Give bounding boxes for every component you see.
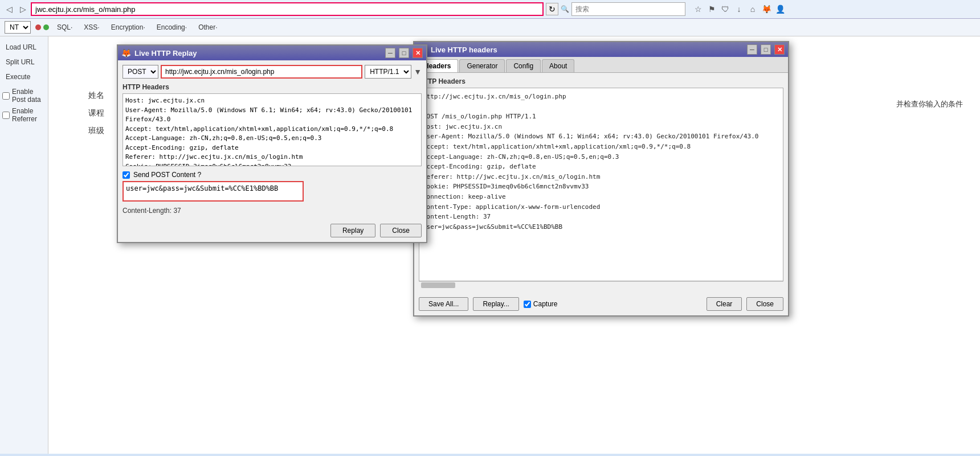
- content-inner: 学生成绩查询系统 姓名 课程 班级 并检查你输入的条件 🦊 Live HTTP …: [48, 36, 980, 145]
- tab-generator[interactable]: Generator: [459, 59, 505, 72]
- send-post-label: Send POST Content ?: [133, 171, 201, 179]
- tab-config[interactable]: Config: [506, 59, 541, 72]
- search-input[interactable]: [571, 2, 685, 16]
- page-content: 学生成绩查询系统 姓名 课程 班级 并检查你输入的条件 🦊 Live HTTP …: [48, 36, 980, 454]
- replay-close-btn[interactable]: ✕: [413, 48, 423, 58]
- home-icon[interactable]: ⌂: [747, 3, 758, 15]
- search-icon: 🔍: [561, 5, 569, 13]
- toolbar-select[interactable]: NT: [5, 21, 31, 34]
- other-menu[interactable]: Other·: [195, 22, 220, 32]
- horizontal-scrollbar[interactable]: [419, 281, 783, 288]
- content-length-label: Content-Length:: [122, 207, 172, 215]
- replay-headers-label: HTTP Headers: [122, 83, 422, 91]
- firefox-icon[interactable]: 🦊: [761, 3, 772, 15]
- headers-main-area: HTTP Headers http://jwc.ecjtu.jx.cn/mis_…: [414, 73, 788, 293]
- sidebar-item-load-url[interactable]: Load URL: [2, 41, 46, 54]
- green-dot: [43, 24, 49, 30]
- encryption-menu[interactable]: Encryption·: [108, 22, 149, 32]
- send-post-checkbox[interactable]: [122, 171, 130, 179]
- sidebar-item-execute[interactable]: Execute: [2, 71, 46, 83]
- capture-label: Capture: [533, 300, 558, 308]
- method-url-row: POST HTTP/1.1 ▼: [122, 65, 422, 79]
- url-input[interactable]: [161, 65, 362, 79]
- headers-close-dialog-btn[interactable]: Close: [746, 297, 783, 311]
- http-version-select[interactable]: HTTP/1.1: [365, 65, 411, 79]
- enable-post-input[interactable]: [2, 92, 10, 100]
- send-post-row: Send POST Content ?: [122, 171, 422, 179]
- address-bar[interactable]: [31, 2, 544, 16]
- replay-headers-content: Host: jwc.ecjtu.jx.cn User-Agent: Mozill…: [125, 96, 419, 166]
- clear-btn[interactable]: Clear: [707, 297, 742, 311]
- home-bookmark-icon[interactable]: ⚑: [706, 3, 717, 15]
- replay-dialog-titlebar: 🦊 Live HTTP Replay ─ □ ✕: [118, 46, 426, 60]
- headers-dialog-titlebar: 🦊 Live HTTP headers ─ □ ✕: [414, 42, 788, 57]
- headers-minimize-btn[interactable]: ─: [747, 44, 757, 55]
- headers-replay-btn[interactable]: Replay...: [473, 297, 518, 311]
- headers-big-textarea[interactable]: http://jwc.ecjtu.jx.cn/mis_o/login.php P…: [419, 88, 783, 281]
- address-bar-row: ◁ ▷ ↻ 🔍 ☆ ⚑ 🛡 ↓ ⌂ 🦊 👤: [0, 0, 980, 18]
- replay-replay-btn[interactable]: Replay: [330, 224, 375, 237]
- forward-icon[interactable]: ▷: [17, 3, 28, 15]
- sql-menu[interactable]: SQL·: [54, 22, 76, 32]
- content-length-row: Content-Length: 37: [122, 207, 422, 215]
- headers-label: HTTP Headers: [419, 77, 783, 85]
- save-all-btn[interactable]: Save All...: [419, 297, 468, 311]
- sidebar: Load URL Split URL Execute Enable Post d…: [0, 36, 48, 454]
- back-icon[interactable]: ◁: [3, 3, 15, 15]
- main-area: Load URL Split URL Execute Enable Post d…: [0, 36, 980, 454]
- headers-maximize-btn[interactable]: □: [761, 44, 771, 55]
- user-icon[interactable]: 👤: [774, 3, 786, 15]
- headers-tabs-row: Headers Generator Config About: [414, 57, 788, 73]
- capture-checkbox[interactable]: Capture: [524, 300, 558, 308]
- scrollbar-thumb: [421, 282, 455, 288]
- checkbox-panel: Enable Post data Enable Referrer: [2, 85, 46, 125]
- replay-maximize-btn[interactable]: □: [399, 48, 409, 58]
- browser-chrome: ◁ ▷ ↻ 🔍 ☆ ⚑ 🛡 ↓ ⌂ 🦊 👤: [0, 0, 980, 19]
- dropdown-arrow-icon[interactable]: ▼: [414, 67, 422, 76]
- headers-close-btn[interactable]: ✕: [774, 44, 785, 55]
- tab-about[interactable]: About: [542, 59, 574, 72]
- headers-content: http://jwc.ecjtu.jx.cn/mis_o/login.php P…: [423, 92, 779, 232]
- headers-dialog-title: Live HTTP headers: [431, 46, 744, 54]
- replay-dialog: 🦊 Live HTTP Replay ─ □ ✕ POST HTTP/1.1: [117, 44, 427, 243]
- content-length-value: 37: [173, 207, 181, 215]
- right-hint-text: 并检查你输入的条件: [896, 99, 963, 109]
- post-content-textarea[interactable]: user=jwc&pass=jwc&Submit=%CC%E1%BD%BB: [122, 181, 304, 202]
- shield-icon[interactable]: 🛡: [720, 3, 731, 15]
- headers-dialog: 🦊 Live HTTP headers ─ □ ✕ Headers Genera…: [413, 41, 789, 317]
- method-select[interactable]: POST: [122, 65, 158, 79]
- capture-input[interactable]: [524, 301, 531, 308]
- enable-post-checkbox[interactable]: Enable Post data: [2, 88, 46, 104]
- headers-footer: Save All... Replay... Capture Clear Clos…: [414, 293, 788, 315]
- xss-menu[interactable]: XSS·: [80, 22, 103, 32]
- toolbar: NT SQL· XSS· Encryption· Encoding· Other…: [0, 19, 980, 36]
- enable-referrer-checkbox[interactable]: Enable Referrer: [2, 107, 46, 123]
- enable-referrer-label: Enable Referrer: [12, 107, 46, 123]
- enable-post-label: Enable Post data: [12, 88, 46, 104]
- replay-dialog-title: Live HTTP Replay: [134, 49, 382, 57]
- bookmark-icon[interactable]: ☆: [692, 3, 704, 15]
- reload-button[interactable]: ↻: [546, 3, 558, 15]
- replay-dialog-footer: Replay Close: [118, 219, 426, 242]
- replay-close-dialog-btn[interactable]: Close: [380, 224, 422, 237]
- sidebar-item-split-url[interactable]: Split URL: [2, 56, 46, 68]
- red-dot: [35, 24, 41, 30]
- download-icon[interactable]: ↓: [733, 3, 745, 15]
- replay-minimize-btn[interactable]: ─: [385, 48, 395, 58]
- encoding-menu[interactable]: Encoding·: [153, 22, 190, 32]
- firefox-title-icon: 🦊: [121, 48, 131, 57]
- replay-dialog-body: POST HTTP/1.1 ▼ HTTP Headers Host: jwc.e…: [118, 60, 426, 219]
- browser-toolbar-icons: ☆ ⚑ 🛡 ↓ ⌂ 🦊 👤: [692, 3, 786, 15]
- traffic-lights: [35, 24, 49, 30]
- enable-referrer-input[interactable]: [2, 112, 10, 119]
- replay-headers-area[interactable]: Host: jwc.ecjtu.jx.cn User-Agent: Mozill…: [122, 93, 422, 166]
